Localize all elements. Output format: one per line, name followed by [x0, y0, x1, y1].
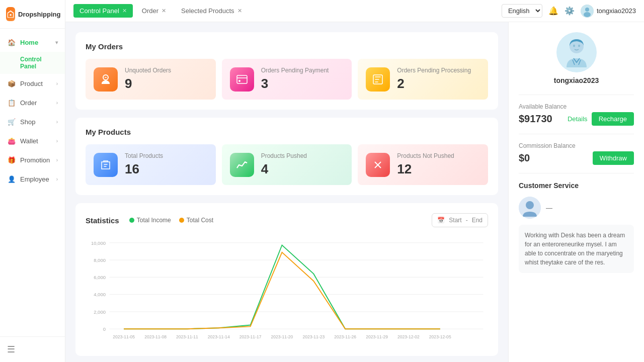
username-label: tongxiao2023 [597, 7, 636, 15]
content-area: My Orders Unquoted Orders 9 [65, 22, 508, 362]
sidebar: Dropshipping 🏠 Home ▾ Control Panel 📦 Pr… [0, 0, 65, 362]
sidebar-sub-control-panel[interactable]: Control Panel [0, 52, 65, 74]
language-selector[interactable]: English [502, 4, 542, 18]
calendar-icon: 📅 [437, 217, 445, 224]
svg-text:2,000: 2,000 [94, 309, 106, 315]
right-panel-username: tongxiao2023 [519, 76, 634, 84]
main-content: My Orders Unquoted Orders 9 [65, 22, 644, 362]
pending-payment-card[interactable]: Orders Pending Payment 3 [222, 59, 352, 100]
legend-income-dot [129, 218, 134, 223]
available-balance-row: $91730 Details Recharge [519, 112, 634, 126]
nav-sub-home: Control Panel [0, 52, 65, 74]
available-balance-section: Available Balance $91730 Details Recharg… [519, 103, 634, 126]
stats-header: Statistics Total Income Total Cost [86, 213, 488, 227]
legend: Total Income Total Cost [129, 217, 213, 224]
chart-container: 10,000 8,000 6,000 4,000 2,000 0 2023-11… [86, 235, 488, 346]
chevron-right-icon-4: › [56, 138, 58, 144]
tab-selected-products-close[interactable]: ✕ [237, 8, 242, 14]
total-products-card[interactable]: Total Products 16 [86, 144, 216, 185]
sidebar-item-wallet[interactable]: 👛 Wallet › [0, 131, 65, 150]
svg-text:2023-11-20: 2023-11-20 [271, 334, 293, 339]
sidebar-item-promotion[interactable]: 🎁 Promotion › [0, 150, 65, 169]
chevron-right-icon: › [56, 81, 58, 86]
pending-processing-info: Orders Pending Processing 2 [397, 67, 471, 92]
sidebar-item-employee[interactable]: 👤 Employee › [0, 169, 65, 189]
sidebar-item-home[interactable]: 🏠 Home ▾ [0, 33, 65, 52]
svg-text:2023-11-08: 2023-11-08 [144, 334, 167, 339]
tab-order[interactable]: Order ✕ [136, 4, 172, 18]
employee-icon: 👤 [7, 174, 16, 184]
sidebar-item-shop[interactable]: 🛒 Shop › [0, 112, 65, 131]
sidebar-bottom: ☰ [0, 336, 65, 362]
unquoted-orders-info: Unquoted Orders 9 [125, 67, 171, 92]
date-range-picker[interactable]: 📅 Start - End [432, 213, 488, 227]
total-products-label: Total Products [125, 152, 163, 159]
products-pushed-card[interactable]: Products Pushed 4 [222, 144, 352, 185]
products-not-pushed-card[interactable]: Products Not Pushed 12 [358, 144, 488, 185]
statistics-chart: 10,000 8,000 6,000 4,000 2,000 0 2023-11… [86, 235, 488, 346]
withdraw-button[interactable]: Withdraw [593, 151, 634, 165]
chevron-right-icon-2: › [56, 100, 58, 106]
unquoted-orders-value: 9 [125, 76, 171, 92]
total-products-info: Total Products 16 [125, 152, 163, 177]
statistics-title: Statistics [86, 216, 119, 225]
products-pushed-label: Products Pushed [261, 152, 307, 159]
tab-selected-products[interactable]: Selected Products ✕ [175, 4, 248, 18]
unquoted-orders-card[interactable]: Unquoted Orders 9 [86, 59, 216, 100]
pending-payment-icon [230, 67, 254, 92]
commission-balance-amount: $0 [519, 152, 530, 164]
hamburger-icon[interactable]: ☰ [7, 344, 58, 355]
sidebar-item-order[interactable]: 📋 Order › [0, 93, 65, 112]
customer-service-title: Customer Service [519, 182, 634, 190]
sidebar-item-employee-label: Employee [20, 175, 49, 183]
user-info[interactable]: tongxiao2023 [581, 5, 636, 18]
bell-icon[interactable]: 🔔 [548, 6, 558, 16]
main-wrapper: Control Panel ✕ Order ✕ Selected Product… [65, 0, 644, 362]
tab-order-label: Order [142, 7, 158, 15]
home-icon: 🏠 [7, 38, 16, 47]
topbar-right: English 🔔 ⚙️ tongxiao2023 [502, 4, 636, 18]
profile-section: tongxiao2023 [519, 32, 634, 95]
statistics-section: Statistics Total Income Total Cost [75, 203, 498, 356]
cs-agent: — [519, 197, 634, 219]
right-panel: tongxiao2023 Available Balance $91730 De… [508, 22, 644, 362]
svg-text:2023-12-02: 2023-12-02 [397, 334, 420, 339]
legend-cost-dot [179, 218, 184, 223]
chevron-right-icon-5: › [56, 157, 58, 163]
promotion-icon: 🎁 [7, 155, 16, 164]
available-balance-label: Available Balance [519, 103, 634, 110]
product-icon: 📦 [7, 79, 16, 88]
sidebar-item-promotion-label: Promotion [20, 156, 50, 164]
gear-icon[interactable]: ⚙️ [565, 6, 575, 16]
sidebar-item-home-label: Home [20, 39, 38, 46]
unquoted-orders-icon [94, 67, 118, 92]
recharge-button[interactable]: Recharge [592, 112, 634, 126]
commission-balance-section: Commission Balance $0 Withdraw [519, 142, 634, 165]
svg-point-40 [526, 201, 534, 209]
svg-text:2023-11-11: 2023-11-11 [176, 334, 198, 339]
pending-processing-card[interactable]: Orders Pending Processing 2 [358, 59, 488, 100]
pending-processing-label: Orders Pending Processing [397, 67, 471, 74]
my-products-section: My Products Total Products 16 [75, 118, 498, 195]
svg-text:2023-12-05: 2023-12-05 [429, 334, 451, 339]
my-orders-section: My Orders Unquoted Orders 9 [75, 32, 498, 110]
tab-control-panel-close[interactable]: ✕ [122, 8, 127, 14]
sidebar-item-product[interactable]: 📦 Product › [0, 74, 65, 93]
shop-icon: 🛒 [7, 117, 16, 126]
details-button[interactable]: Details [568, 115, 588, 123]
svg-text:2023-11-23: 2023-11-23 [302, 334, 325, 339]
svg-rect-5 [237, 75, 247, 83]
svg-point-3 [584, 12, 591, 17]
products-not-pushed-info: Products Not Pushed 12 [397, 152, 454, 177]
svg-point-2 [585, 8, 589, 12]
tab-order-close[interactable]: ✕ [162, 8, 166, 14]
orders-cards-grid: Unquoted Orders 9 Orders Pending Payment… [86, 59, 488, 100]
svg-text:10,000: 10,000 [91, 240, 106, 246]
my-products-title: My Products [86, 128, 488, 136]
tab-control-panel[interactable]: Control Panel ✕ [73, 4, 133, 18]
sidebar-item-shop-label: Shop [20, 118, 35, 126]
order-icon: 📋 [7, 98, 16, 107]
svg-text:2023-11-17: 2023-11-17 [239, 334, 262, 339]
legend-cost-label: Total Cost [187, 217, 213, 224]
svg-text:8,000: 8,000 [94, 257, 106, 263]
